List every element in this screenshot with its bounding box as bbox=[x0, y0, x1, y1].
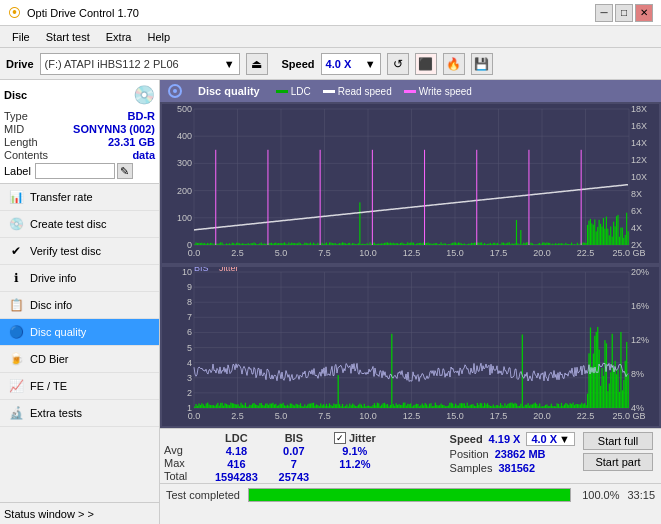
app-icon: ⦿ bbox=[8, 5, 21, 20]
jitter-col-header: Jitter bbox=[349, 432, 376, 444]
sidebar-item-label: Disc info bbox=[30, 299, 72, 311]
sidebar-item-label: Transfer rate bbox=[30, 191, 93, 203]
disc-title: Disc bbox=[4, 89, 27, 101]
drive-select-value: (F:) ATAPI iHBS112 2 PL06 bbox=[45, 58, 179, 70]
max-label: Max bbox=[164, 457, 199, 469]
jitter-avg: 9.1% bbox=[342, 445, 367, 457]
speed-val: 4.19 X bbox=[489, 433, 521, 445]
speed-setting-val: 4.0 X bbox=[531, 433, 557, 445]
drive-label: Drive bbox=[6, 58, 34, 70]
menu-extra[interactable]: Extra bbox=[98, 29, 140, 45]
sidebar-item-label: Drive info bbox=[30, 272, 76, 284]
position-label: Position bbox=[450, 448, 489, 460]
contents-value: data bbox=[132, 149, 155, 161]
sidebar-item-verify-test-disc[interactable]: ✔ Verify test disc bbox=[0, 238, 159, 265]
sidebar: Disc 💿 Type BD-R MID SONYNN3 (002) Lengt… bbox=[0, 80, 160, 524]
jitter-max: 11.2% bbox=[339, 458, 370, 470]
chart-legend: LDC Read speed Write speed bbox=[276, 86, 472, 97]
write-speed-legend-label: Write speed bbox=[419, 86, 472, 97]
extra-tests-icon: 🔬 bbox=[8, 405, 24, 421]
ldc-col-header: LDC bbox=[225, 432, 248, 444]
progress-percent: 100.0% bbox=[579, 489, 619, 501]
bis-total: 25743 bbox=[279, 471, 310, 483]
write-speed-legend-color bbox=[404, 90, 416, 93]
menu-bar: File Start test Extra Help bbox=[0, 26, 661, 48]
mid-value: SONYNN3 (002) bbox=[73, 123, 155, 135]
maximize-button[interactable]: □ bbox=[615, 4, 633, 22]
jitter-checkbox[interactable]: ✓ bbox=[334, 432, 346, 444]
sidebar-item-label: FE / TE bbox=[30, 380, 67, 392]
disc-quality-icon-header bbox=[168, 84, 182, 98]
speed-label: Speed bbox=[282, 58, 315, 70]
title-bar: ⦿ Opti Drive Control 1.70 ─ □ ✕ bbox=[0, 0, 661, 26]
sidebar-item-create-test-disc[interactable]: 💿 Create test disc bbox=[0, 211, 159, 238]
create-disc-icon: 💿 bbox=[8, 216, 24, 232]
sidebar-item-fe-te[interactable]: 📈 FE / TE bbox=[0, 373, 159, 400]
save-button[interactable]: 💾 bbox=[471, 53, 493, 75]
nav-items: 📊 Transfer rate 💿 Create test disc ✔ Ver… bbox=[0, 184, 159, 502]
disc-icon: 💿 bbox=[133, 84, 155, 106]
disc-info-icon: 📋 bbox=[8, 297, 24, 313]
read-speed-legend-color bbox=[323, 90, 335, 93]
drive-info-icon: ℹ bbox=[8, 270, 24, 286]
ldc-legend-color bbox=[276, 90, 288, 93]
speed-setting-select[interactable]: 4.0 X ▼ bbox=[526, 432, 575, 446]
progress-bar bbox=[248, 488, 571, 502]
eject-button[interactable]: ⏏ bbox=[246, 53, 268, 75]
close-button[interactable]: ✕ bbox=[635, 4, 653, 22]
length-label: Length bbox=[4, 136, 38, 148]
read-speed-legend-label: Read speed bbox=[338, 86, 392, 97]
sidebar-item-disc-info[interactable]: 📋 Disc info bbox=[0, 292, 159, 319]
bis-avg: 0.07 bbox=[283, 445, 304, 457]
start-part-button[interactable]: Start part bbox=[583, 453, 653, 471]
sidebar-item-label: Create test disc bbox=[30, 218, 106, 230]
mid-label: MID bbox=[4, 123, 24, 135]
sidebar-item-cd-bier[interactable]: 🍺 CD Bier bbox=[0, 346, 159, 373]
sidebar-item-transfer-rate[interactable]: 📊 Transfer rate bbox=[0, 184, 159, 211]
main-layout: Disc 💿 Type BD-R MID SONYNN3 (002) Lengt… bbox=[0, 80, 661, 524]
burn-button[interactable]: 🔥 bbox=[443, 53, 465, 75]
sidebar-item-label: CD Bier bbox=[30, 353, 69, 365]
length-value: 23.31 GB bbox=[108, 136, 155, 148]
sidebar-item-label: Disc quality bbox=[30, 326, 86, 338]
samples-label: Samples bbox=[450, 462, 493, 474]
label-input[interactable] bbox=[35, 163, 115, 179]
sidebar-item-label: Extra tests bbox=[30, 407, 82, 419]
disc-quality-icon: 🔵 bbox=[8, 324, 24, 340]
sidebar-item-disc-quality[interactable]: 🔵 Disc quality bbox=[0, 319, 159, 346]
start-full-button[interactable]: Start full bbox=[583, 432, 653, 450]
menu-file[interactable]: File bbox=[4, 29, 38, 45]
progress-area: Test completed 100.0% 33:15 bbox=[160, 483, 661, 505]
upper-chart-canvas bbox=[162, 104, 659, 263]
refresh-button[interactable]: ↺ bbox=[387, 53, 409, 75]
bottom-stats: Avg Max Total LDC 4.18 416 1594283 BIS bbox=[160, 428, 661, 524]
svg-point-1 bbox=[173, 89, 177, 93]
disc-quality-header: Disc quality LDC Read speed Write speed bbox=[160, 80, 661, 102]
fe-te-icon: 📈 bbox=[8, 378, 24, 394]
sidebar-item-label: Verify test disc bbox=[30, 245, 101, 257]
sidebar-item-drive-info[interactable]: ℹ Drive info bbox=[0, 265, 159, 292]
upper-chart bbox=[162, 104, 659, 263]
erase-button[interactable]: ⬛ bbox=[415, 53, 437, 75]
drive-select[interactable]: (F:) ATAPI iHBS112 2 PL06 ▼ bbox=[40, 53, 240, 75]
minimize-button[interactable]: ─ bbox=[595, 4, 613, 22]
type-label: Type bbox=[4, 110, 28, 122]
disc-quality-title: Disc quality bbox=[198, 85, 260, 97]
menu-start-test[interactable]: Start test bbox=[38, 29, 98, 45]
menu-help[interactable]: Help bbox=[139, 29, 178, 45]
content-area: Disc quality LDC Read speed Write speed bbox=[160, 80, 661, 524]
toolbar: Drive (F:) ATAPI iHBS112 2 PL06 ▼ ⏏ Spee… bbox=[0, 48, 661, 80]
progress-status: Test completed bbox=[166, 489, 240, 501]
sidebar-item-extra-tests[interactable]: 🔬 Extra tests bbox=[0, 400, 159, 427]
ldc-legend-label: LDC bbox=[291, 86, 311, 97]
ldc-max: 416 bbox=[227, 458, 245, 470]
speed-col-header: Speed bbox=[450, 433, 483, 445]
avg-label: Avg bbox=[164, 444, 199, 456]
label-edit-button[interactable]: ✎ bbox=[117, 163, 133, 179]
cd-bier-icon: 🍺 bbox=[8, 351, 24, 367]
elapsed-time: 33:15 bbox=[627, 489, 655, 501]
samples-val: 381562 bbox=[498, 462, 535, 474]
ldc-avg: 4.18 bbox=[226, 445, 247, 457]
status-window-button[interactable]: Status window > > bbox=[4, 508, 94, 520]
speed-select[interactable]: 4.0 X ▼ bbox=[321, 53, 381, 75]
